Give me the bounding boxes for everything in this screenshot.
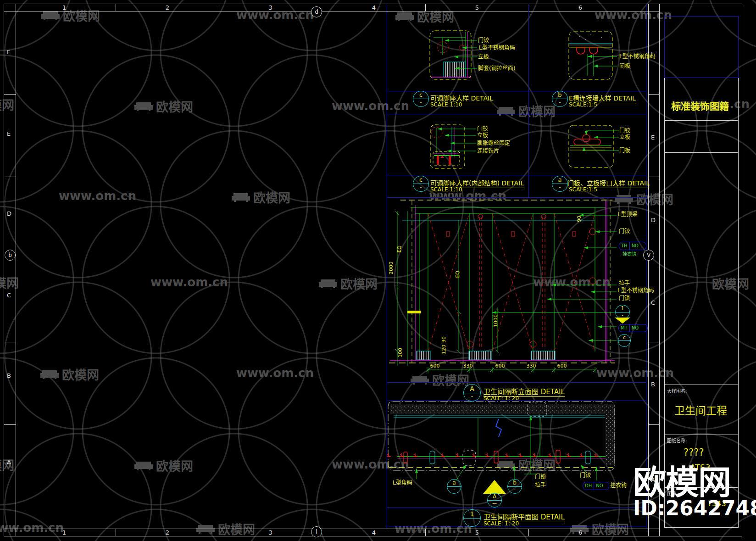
detail-marker: c -: [413, 91, 429, 107]
frame-left-inner: [16, 4, 16, 536]
grid-tick: [116, 4, 116, 11]
mt-tag: MT: [619, 324, 629, 332]
grid-col-label: 3: [269, 529, 272, 536]
panel-rule: [387, 114, 646, 114]
callout-hinge: 门铰: [478, 38, 489, 44]
grid-row-label: B: [651, 381, 655, 388]
callout-anchor: 膨胀螺丝固定: [477, 140, 510, 146]
callout-hinge: 门铰: [619, 229, 630, 234]
callout-door: 门板: [619, 148, 630, 154]
callout-panel: 立板: [477, 133, 488, 139]
grid-col-label: 2: [166, 4, 169, 11]
grid-tick: [425, 529, 426, 536]
watermark-brand: 欧模网: [395, 7, 454, 25]
dim-bottom: 600: [430, 363, 440, 369]
title-block-name-label: 大样图名:: [667, 387, 687, 394]
callout-hook: 挂衣钩: [623, 251, 636, 257]
watermark-url: www.om.cn: [0, 521, 64, 535]
sofa-icon: [497, 106, 515, 116]
plan-marker: 1 -: [463, 509, 481, 527]
detail-marker-c: c -: [618, 334, 631, 347]
title-block-header: 标准装饰图籍: [671, 99, 729, 112]
plan-section-arrow-icon: [483, 480, 506, 494]
watermark-brand: 欧模网: [40, 365, 99, 383]
grid-col-label: 3: [269, 4, 272, 11]
sofa-icon: [40, 369, 59, 379]
watermark-brand: 欧模网: [41, 6, 100, 24]
plan-callout-b: b -: [507, 479, 522, 494]
grid-row-label: D: [651, 217, 656, 223]
th-tag: TH: [619, 242, 629, 250]
watermark-brand: 欧模网: [319, 274, 378, 292]
grid-tick: [648, 94, 660, 95]
grid-row-label: E: [651, 134, 655, 141]
dim-120: 120: [441, 345, 447, 354]
callout-bracket: L型不锈钢角码: [618, 288, 654, 294]
dim-90-top: 90: [576, 216, 582, 222]
detail-marker-sub: -: [413, 99, 428, 106]
dim-height: 2000: [388, 262, 394, 274]
watermark-id: ID:2642748: [633, 496, 756, 520]
callout-partition: 间板: [619, 63, 630, 69]
callout-panel: 立板: [619, 134, 630, 140]
frame-bottom-outer: [4, 536, 742, 536]
grid-row-label: C: [7, 292, 11, 299]
plan-drawing: [387, 401, 646, 492]
section-arrow-icon: [615, 318, 630, 323]
grid-row-label: B: [7, 372, 11, 379]
plan-section-marker: A —: [487, 493, 502, 508]
dim-eq1: EQ: [396, 245, 402, 253]
title-block-logo-box: [664, 16, 739, 78]
grid-row-label: E: [7, 130, 11, 137]
cad-viewport: 欧模网 www.om.cn 欧模网 www.om.cn 欧模网 欧模网 www.…: [0, 0, 756, 541]
callout-bracket: L型不锈钢角码: [479, 45, 515, 51]
dim-bottom: 600: [557, 363, 567, 369]
dim-bottom: 330: [463, 363, 473, 369]
grid-col-label: 1: [62, 529, 66, 536]
grid-tick: [116, 529, 116, 536]
callout-top-beam: L型顶梁: [618, 212, 638, 218]
callout-panel: 立板: [478, 54, 489, 60]
sofa-icon: [232, 192, 250, 202]
detail-scale: SCALE:1:5: [569, 186, 597, 193]
grid-col-label: 4: [372, 4, 376, 11]
frame-left-outer: [4, 4, 4, 536]
watermark-url: www.om.cn: [595, 8, 672, 22]
elevation-scale: SCALE: 1: 20: [484, 395, 519, 402]
dim-90: 90: [441, 336, 447, 343]
watermark-brand: 欧模网: [497, 102, 556, 120]
watermark-url: www.om.cn: [59, 189, 136, 203]
detail-foot-drawing: [427, 28, 482, 83]
callout-handle: 拉手: [535, 482, 546, 488]
grid-col-label: 5: [475, 529, 479, 536]
callout-lock: 门锁: [619, 296, 630, 301]
grid-tick: [4, 94, 16, 95]
sofa-icon: [134, 101, 153, 112]
callout-plate: 连接铁片: [477, 148, 499, 154]
mt-no: NO: [629, 324, 640, 332]
grid-col-label: 6: [578, 529, 582, 536]
watermark-brand: 欧模网: [232, 188, 290, 206]
plan-callout-a: a -: [447, 479, 461, 494]
panel-rule: [387, 508, 646, 508]
grid-col-label: 5: [475, 4, 479, 11]
grid-tick: [4, 177, 16, 177]
detail-marker: a -: [552, 176, 568, 192]
detail-marker: b -: [552, 91, 568, 107]
panel-rule: [387, 382, 646, 383]
dim-eq2: EQ: [455, 271, 461, 278]
watermark-url: www.om.cn: [150, 275, 228, 289]
callout-corner-bracket: L型角码: [393, 480, 412, 486]
grid-tick: [648, 424, 660, 425]
detail-scale: SCALE:1:5: [569, 101, 597, 108]
th-tag-box: TH NO.: [619, 242, 646, 250]
grid-tick: [4, 424, 16, 425]
detail-foot-internal-drawing: [427, 122, 479, 174]
frame-bottom-inner: [4, 529, 660, 529]
watermark-brand: 欧模网: [134, 97, 193, 115]
title-block-rule: [664, 152, 738, 153]
watermark-url: www.om.cn: [332, 99, 409, 113]
callout-handle: 拉手: [619, 280, 630, 286]
th-no: NO.: [629, 242, 642, 250]
dim-1000: 1000: [493, 314, 499, 327]
